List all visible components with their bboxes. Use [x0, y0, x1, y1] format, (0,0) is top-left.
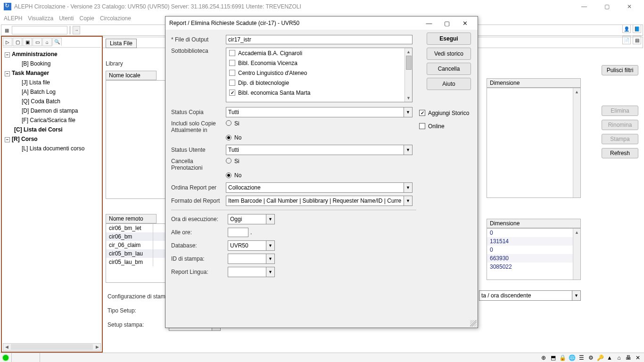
minimize-button[interactable]: — [573, 0, 595, 13]
tree-booking[interactable]: [B] Booking [3, 59, 101, 68]
tree-lista-documenti[interactable]: [L] Lista documenti corso [3, 144, 101, 153]
dropdown-arrow-icon[interactable]: ▼ [404, 107, 412, 117]
aggiungi-storico-checkbox[interactable]: ✓ [419, 110, 425, 116]
nav-tab-2[interactable]: ▢ [13, 38, 22, 46]
collapse-icon[interactable]: − [5, 137, 10, 142]
collapse-icon[interactable]: − [5, 52, 10, 58]
file-output-input[interactable] [226, 35, 413, 44]
toolbar-go-1[interactable]: → [73, 26, 80, 34]
table-row[interactable]: cir_06_claim [106, 241, 153, 249]
col-nome-remoto[interactable]: Nome remoto [106, 214, 157, 223]
status-icon-5[interactable]: ☰ [577, 354, 586, 362]
maximize-button[interactable]: ▢ [596, 0, 618, 13]
toolbar-book-icon[interactable]: 📘 [633, 25, 641, 33]
scroll-thumb[interactable] [11, 344, 93, 350]
sublib-checkbox[interactable] [229, 50, 235, 56]
status-icon-10[interactable]: 🖶 [624, 354, 633, 362]
cancella-si-radio[interactable] [226, 158, 231, 164]
vedi-storico-button[interactable]: Vedi storico [427, 48, 471, 60]
sottobiblioteca-list[interactable]: Accademia B.A. Cignaroli Bibl. Economia … [226, 48, 413, 102]
dimensione-list-bottom[interactable]: 0 131514 0 663930 3085022 ▲ [487, 228, 581, 280]
scroll-down-icon[interactable]: ▼ [405, 94, 412, 102]
dropdown-arrow-icon[interactable]: ▼ [266, 214, 274, 224]
includi-no-radio[interactable] [226, 135, 231, 140]
dialog-minimize-button[interactable]: — [420, 17, 438, 29]
rinomina-button[interactable]: Rinomina [602, 120, 638, 130]
includi-si-radio[interactable] [226, 120, 231, 126]
collapse-icon[interactable]: − [5, 71, 10, 76]
tree-lista-file[interactable]: [J] Lista file [3, 78, 101, 87]
cancella-no-radio[interactable] [226, 173, 231, 178]
sublib-checkbox[interactable] [229, 60, 235, 66]
database-select[interactable]: UVR50 ▼ [228, 240, 275, 251]
cancella-button[interactable]: Cancella [427, 63, 471, 75]
id-stampa-select[interactable]: ▼ [228, 254, 275, 264]
table-row[interactable]: cir05_lau_bm [106, 258, 153, 266]
scroll-up-icon[interactable]: ▲ [573, 88, 580, 96]
dropdown-arrow-icon[interactable]: ▼ [572, 291, 580, 300]
sublib-checkbox[interactable] [229, 80, 235, 86]
ora-esecuzione-select[interactable]: Oggi ▼ [228, 214, 275, 224]
tree-carica-scarica[interactable]: [F] Carica/Scarica file [3, 115, 101, 125]
scroll-thumb[interactable] [406, 56, 412, 70]
dialog-maximize-button[interactable]: ▢ [438, 17, 456, 29]
menu-aleph[interactable]: ALEPH [4, 15, 22, 22]
tree-batch-log[interactable]: [A] Batch Log [3, 87, 101, 97]
close-button[interactable]: ✕ [619, 0, 640, 13]
resize-grip-icon[interactable] [470, 320, 477, 327]
menu-visualizza[interactable]: Visualizza [28, 15, 53, 22]
status-icon-9[interactable]: ⌂ [615, 354, 623, 362]
col-dimensione-bottom[interactable]: Dimensione [487, 219, 581, 228]
nav-tab-3[interactable]: ▣ [23, 38, 32, 46]
alle-ore-input[interactable] [228, 228, 248, 237]
scroll-left-icon[interactable]: ◀ [3, 345, 10, 349]
tree-lista-corsi[interactable]: [C] Lista dei Corsi [3, 125, 101, 134]
scroll-up-icon[interactable]: ▲ [573, 229, 580, 236]
online-checkbox[interactable] [419, 123, 425, 129]
stampa-button[interactable]: Stampa [602, 134, 638, 144]
tree-amministrazione[interactable]: −Amministrazione [3, 49, 101, 59]
table-row[interactable]: cir06_bm [106, 232, 153, 241]
refresh-button[interactable]: Refresh [602, 148, 638, 158]
nav-tab-4[interactable]: ▭ [33, 38, 42, 46]
dropdown-arrow-icon[interactable]: ▼ [266, 267, 274, 277]
ordina-report-select[interactable]: Collocazione ▼ [226, 182, 413, 193]
esegui-button[interactable]: Esegui [427, 33, 471, 45]
status-icon-11[interactable]: ✕ [634, 354, 642, 362]
dropdown-arrow-icon[interactable]: ▼ [404, 196, 412, 206]
pulisci-filtri-button[interactable]: Pulisci filtri [602, 65, 638, 75]
status-utente-select[interactable]: Tutti ▼ [226, 145, 413, 155]
toolbar-input-1[interactable] [12, 26, 67, 34]
elimina-button[interactable]: Elimina [602, 106, 638, 116]
nav-hscroll[interactable]: ◀ ▶ [3, 343, 101, 351]
nav-tab-1[interactable]: ▷ [3, 38, 12, 46]
formato-report-select[interactable]: Item Barcode | Call Number | Sublibrary … [226, 196, 413, 206]
tree-coda-batch[interactable]: [Q] Coda Batch [3, 97, 101, 106]
col-nome-locale[interactable]: Nome locale [106, 71, 157, 80]
tree-task-manager[interactable]: −Task Manager [3, 68, 101, 78]
sublib-checkbox[interactable]: ✓ [229, 90, 235, 96]
tab-lista-file[interactable]: Lista File [106, 39, 137, 48]
status-icon-4[interactable]: 🌐 [568, 354, 576, 362]
tree-daemon-stampa[interactable]: [D] Daemon di stampa [3, 106, 101, 115]
status-icon-6[interactable]: ⚙ [586, 354, 595, 362]
status-icon-3[interactable]: 🔒 [558, 354, 567, 362]
dropdown-arrow-icon[interactable]: ▼ [404, 145, 412, 155]
status-copia-select[interactable]: Tutti ▼ [226, 107, 413, 117]
menu-circolazione[interactable]: Circolazione [100, 15, 131, 22]
scroll-right-icon[interactable]: ▶ [94, 345, 100, 349]
aiuto-button[interactable]: Aiuto [427, 78, 471, 90]
dropdown-arrow-icon[interactable]: ▼ [266, 254, 274, 263]
dimensione-list-top[interactable]: ▲ [487, 88, 581, 198]
toolbar-icon-new[interactable]: ▦ [2, 26, 11, 34]
toolbar-person-icon[interactable]: 👤 [622, 25, 631, 33]
menu-utenti[interactable]: Utenti [59, 15, 74, 22]
dialog-close-button[interactable]: ✕ [456, 17, 474, 29]
nav-tab-6[interactable]: 🔍 [52, 38, 62, 46]
status-icon-1[interactable]: ⊕ [539, 354, 548, 362]
tree-corso[interactable]: −[R] Corso [3, 134, 101, 144]
sort-select[interactable]: ta / ora discendente ▼ [479, 290, 581, 301]
col-dimensione-top[interactable]: Dimensione [487, 78, 581, 88]
status-icon-2[interactable]: ⬒ [549, 354, 557, 362]
sublib-checkbox[interactable] [229, 70, 235, 76]
